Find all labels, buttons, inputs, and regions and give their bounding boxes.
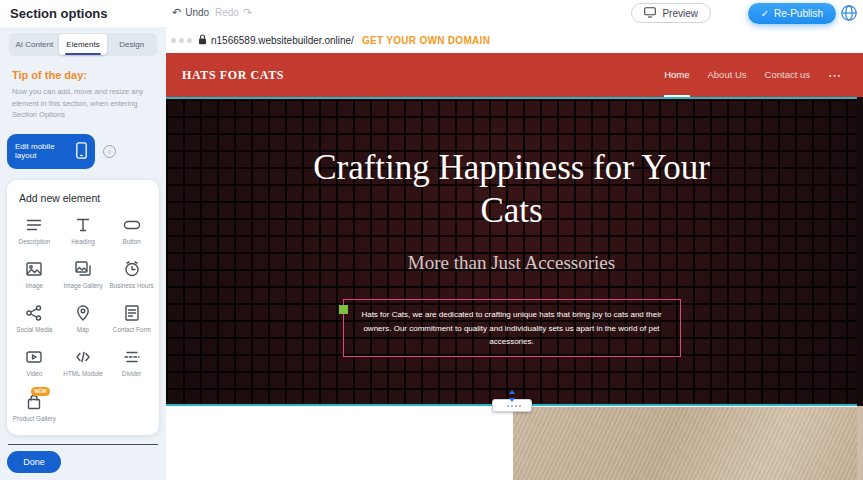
undo-label: Undo <box>185 7 209 18</box>
republish-label: Re-Publish <box>774 8 823 19</box>
get-domain-link[interactable]: GET YOUR OWN DOMAIN <box>362 35 490 46</box>
contact-form-icon <box>122 303 142 323</box>
lock-icon <box>198 31 207 49</box>
element-contact-form[interactable]: Contact Form <box>107 303 156 334</box>
info-icon[interactable]: i <box>103 145 116 158</box>
map-icon <box>73 303 93 323</box>
tab-elements[interactable]: Elements <box>59 34 108 55</box>
edit-mobile-label: Edit mobile layout <box>15 142 69 160</box>
page-title: Section options <box>10 6 108 21</box>
tab-design[interactable]: Design <box>107 34 156 55</box>
done-button[interactable]: Done <box>7 451 61 473</box>
element-html-module[interactable]: HTML Module <box>59 347 108 378</box>
element-button[interactable]: Button <box>107 215 156 246</box>
preview-area: n1566589.websitebuilder.online/ GET YOUR… <box>166 27 863 480</box>
tip-title: Tip of the day: <box>12 69 154 81</box>
section-background-image <box>513 407 857 480</box>
hero-paragraph: Hats for Cats, we are dedicated to craft… <box>361 310 661 345</box>
social-media-icon <box>24 303 44 323</box>
sidebar-tabs: AI Content Elements Design <box>9 33 157 56</box>
website-builder-app: Section options ↶ Undo Redo ↷ Preview ✓ … <box>0 0 863 480</box>
element-heading[interactable]: Heading <box>59 215 108 246</box>
image-gallery-icon <box>73 259 93 279</box>
site-preview: HATS FOR CATS Home About Us Contact us ⋯… <box>166 53 857 480</box>
nav-item-contact[interactable]: Contact us <box>765 53 810 97</box>
monitor-icon <box>644 7 656 20</box>
section-resize-handle[interactable] <box>492 399 532 412</box>
republish-button[interactable]: ✓ Re-Publish <box>748 3 836 24</box>
undo-icon: ↶ <box>172 7 181 18</box>
tab-ai-content[interactable]: AI Content <box>10 34 59 55</box>
site-header: HATS FOR CATS Home About Us Contact us ⋯ <box>166 53 857 97</box>
heading-icon <box>73 215 93 235</box>
next-section[interactable] <box>166 406 857 480</box>
divider-icon <box>122 347 142 367</box>
site-nav: Home About Us Contact us ⋯ <box>664 53 841 97</box>
site-url: n1566589.websitebuilder.online/ <box>211 35 354 46</box>
redo-label: Redo <box>215 7 239 18</box>
html-module-icon <box>73 347 93 367</box>
hero-subtitle[interactable]: More than Just Accessories <box>166 252 857 274</box>
image-icon <box>24 259 44 279</box>
resize-arrows-icon <box>507 388 517 406</box>
nav-item-about[interactable]: About Us <box>708 53 747 97</box>
browser-bar: n1566589.websitebuilder.online/ GET YOUR… <box>166 27 863 53</box>
add-panel-title: Add new element <box>19 192 156 204</box>
hero-section-selected[interactable]: Crafting Happiness for Your Cats More th… <box>166 97 857 406</box>
element-product-gallery[interactable]: NEW Product Gallery <box>10 392 59 423</box>
video-icon <box>24 347 44 367</box>
resize-handle-green[interactable] <box>339 305 348 314</box>
undo-button[interactable]: ↶ Undo <box>172 7 209 18</box>
element-divider[interactable]: Divider <box>107 347 156 378</box>
element-video[interactable]: Video <box>10 347 59 378</box>
element-grid: Description Heading Button <box>10 215 156 423</box>
sidebar-divider <box>8 444 158 445</box>
tip-body: Now you can add, move and resize any ele… <box>12 86 154 121</box>
add-new-element-panel: Add new element Description Heading <box>7 180 159 435</box>
sidebar: AI Content Elements Design Tip of the da… <box>0 27 166 480</box>
business-hours-icon <box>122 259 142 279</box>
check-icon: ✓ <box>761 8 769 19</box>
nav-item-home[interactable]: Home <box>664 53 689 97</box>
language-globe-icon[interactable] <box>840 4 858 22</box>
element-map[interactable]: Map <box>59 303 108 334</box>
edit-mobile-layout-button[interactable]: Edit mobile layout <box>7 134 95 169</box>
nav-more-icon[interactable]: ⋯ <box>828 68 841 83</box>
element-description[interactable]: Description <box>10 215 59 246</box>
redo-icon: ↷ <box>243 7 252 18</box>
element-image-gallery[interactable]: Image Gallery <box>59 259 108 290</box>
description-icon <box>24 215 44 235</box>
window-dots-icon <box>171 38 192 43</box>
edit-mobile-row: Edit mobile layout i <box>7 134 158 169</box>
scrollbar[interactable] <box>857 53 863 480</box>
site-logo[interactable]: HATS FOR CATS <box>182 68 284 83</box>
topbar: Section options ↶ Undo Redo ↷ Preview ✓ … <box>0 0 863 27</box>
preview-button[interactable]: Preview <box>631 3 711 23</box>
button-icon <box>122 215 142 235</box>
tip-of-the-day: Tip of the day: Now you can add, move an… <box>0 56 166 121</box>
new-badge: NEW <box>31 387 49 396</box>
redo-button[interactable]: Redo ↷ <box>215 7 252 18</box>
element-business-hours[interactable]: Business Hours <box>107 259 156 290</box>
phone-icon <box>76 142 87 161</box>
hero-title[interactable]: Crafting Happiness for Your Cats <box>302 147 722 232</box>
element-image[interactable]: Image <box>10 259 59 290</box>
hero-text-box[interactable]: Hats for Cats, we are dedicated to craft… <box>343 299 681 357</box>
element-social-media[interactable]: Social Media <box>10 303 59 334</box>
preview-label: Preview <box>662 8 698 19</box>
